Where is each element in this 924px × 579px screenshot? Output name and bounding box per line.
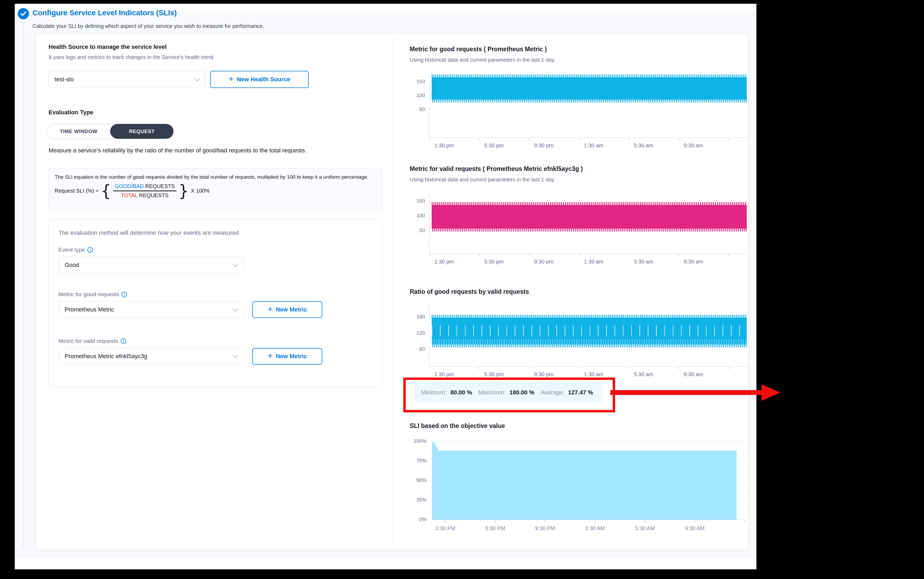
valid-metric-label: Metric for valid requests [59,338,118,344]
toggle-option-request[interactable]: REQUEST [110,124,173,139]
good-requests-chart-plot [429,73,748,137]
good-metric-select-value: Prometheus Metric [65,306,114,313]
equation-numerator: GOOD/BAD REQUESTS [113,183,176,191]
plus-icon: + [267,305,272,313]
y-tick: 120 [404,330,425,336]
health-source-heading: Health Source to manage the service leve… [49,44,166,51]
x-tick: 1:30 am [584,371,603,378]
info-icon[interactable]: i [87,247,93,253]
x-tick: 1:30 PM [435,525,455,532]
y-tick: 50 [404,106,425,113]
health-source-select[interactable]: test-slo [49,71,205,88]
x-tick: 5:30 am [634,258,653,265]
ratio-series-band [432,318,747,345]
ratio-chart-title: Ratio of good requests by valid requests [410,288,529,295]
new-metric-button-good[interactable]: + New Metric [252,301,322,318]
good-requests-x-labels: 1:30 pm 5:30 pm 9:30 pm 1:30 am 5:30 am … [429,142,748,149]
x-tick: 5:30 am [634,142,653,149]
x-tick: 5:30 pm [484,371,504,378]
sli-equation: Request SLI (%) = { GOOD/BAD REQUESTS TO… [55,183,376,198]
good-requests-chart-subtitle: Using historical data and current parame… [410,57,554,63]
x-tick: 1:30 pm [434,371,454,378]
equation-numerator-accent: GOOD/BAD [115,183,144,189]
new-metric-button-valid[interactable]: + New Metric [252,348,322,365]
equation-right-brace: } [179,183,189,198]
x-tick: 9:30 PM [535,525,555,532]
valid-requests-chart-plot [429,190,748,254]
y-tick: 75% [405,458,427,464]
valid-metric-select-value: Prometheus Metric efnkl5ayc3g [65,353,147,360]
sli-chart-plot [432,442,748,520]
chevron-down-icon [233,262,238,267]
gridline [430,113,748,114]
equation-denominator-rest: REQUESTS [139,192,169,198]
x-axis-ticks [429,367,748,369]
event-type-label: Event type [59,247,85,253]
page-title: Configure Service Level Indicators (SLIs… [33,8,177,17]
equation-denominator-accent: TOTAL [121,192,138,198]
y-tick: 100 [404,213,425,219]
page-subtitle: Calculate your SLI by defining which asp… [33,23,264,29]
x-tick: 9:30 pm [534,371,553,378]
x-tick: 9:30 pm [534,258,553,265]
x-tick: 9:30 am [684,371,703,378]
y-tick: 0% [405,517,427,522]
good-metric-label-row: Metric for good requests i [59,291,127,298]
chevron-down-icon [195,76,200,81]
app-viewport: Configure Service Level Indicators (SLIs… [15,4,756,569]
stepper-connector-line [23,20,24,547]
x-axis-ticks [429,254,748,257]
evaluation-method-box: The evaluation method will determine how… [49,219,382,388]
y-tick: 50% [405,477,427,483]
equation-denominator: TOTAL REQUESTS [119,191,170,198]
y-tick: 150 [404,198,425,204]
request-description: Measure a service’s reliability by the r… [49,147,386,155]
y-tick: 50 [404,227,425,234]
good-metric-select[interactable]: Prometheus Metric [59,301,243,318]
event-type-select[interactable]: Good [59,257,243,273]
x-tick: 9:30 am [684,142,703,149]
info-icon[interactable]: i [121,339,126,344]
y-tick: 180 [404,314,425,320]
evaluation-type-heading: Evaluation Type [49,109,93,116]
valid-requests-series-band [432,205,747,229]
valid-metric-select[interactable]: Prometheus Metric efnkl5ayc3g [59,348,243,365]
column-divider [392,34,393,550]
health-source-select-value: test-slo [55,76,74,83]
evaluation-type-toggle: TIME WINDOW REQUEST [47,124,174,139]
gridline [430,234,748,235]
x-tick: 1:30 pm [434,142,454,149]
y-tick: 100% [405,438,427,444]
equation-fraction: GOOD/BAD REQUESTS TOTAL REQUESTS [113,183,176,198]
x-tick: 1:30 am [584,142,603,149]
info-icon[interactable]: i [121,292,127,297]
health-source-hint: It uses logs and metrics to track change… [49,54,213,61]
valid-requests-x-labels: 1:30 pm 5:30 pm 9:30 pm 1:30 am 5:30 am … [429,258,748,266]
toggle-option-time-window[interactable]: TIME WINDOW [47,124,110,139]
evaluation-method-note: The evaluation method will determine how… [59,229,239,236]
x-tick: 5:30 AM [635,525,655,532]
y-tick: 60 [404,346,425,352]
x-axis-ticks [429,138,748,140]
x-tick: 5:30 pm [484,258,504,265]
equation-lhs: Request SLI (%) = [55,188,99,194]
equation-left-brace: { [101,183,111,198]
valid-requests-chart-title: Metric for valid requests ( Prometheus M… [410,165,583,173]
x-tick: 9:30 am [684,258,703,265]
x-tick: 1:30 am [584,258,603,265]
band-texture [432,325,747,337]
annotation-arrow-head-icon [761,384,780,401]
annotation-highlight-box [403,378,615,412]
sli-equation-note: The SLI equation is the number of good r… [55,173,371,181]
sli-equation-box: The SLI equation is the number of good r… [49,168,382,210]
x-tick: 5:30 pm [484,142,504,149]
sli-config-card: Health Source to manage the service leve… [36,34,749,550]
new-health-source-button[interactable]: + New Health Source [210,71,309,88]
sli-x-labels: 1:30 PM 5:30 PM 9:30 PM 1:30 AM 5:30 AM … [432,525,748,532]
event-type-label-row: Event type i [59,247,93,253]
x-tick: 5:30 am [634,371,653,378]
x-tick: 1:30 AM [585,525,605,532]
gridline [432,442,748,442]
sli-chart-title: SLI based on the objective value [410,422,505,430]
band-texture [432,339,747,345]
